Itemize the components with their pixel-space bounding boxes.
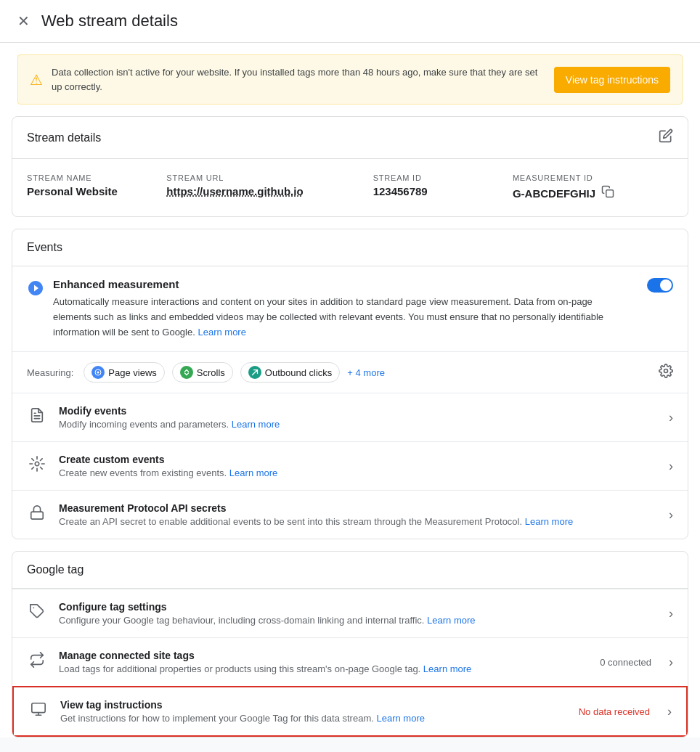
view-tag-instructions-content: View tag instructions Get instructions f… <box>60 699 567 724</box>
create-custom-events-learn-more[interactable]: Learn more <box>229 467 277 478</box>
configure-tag-desc: Configure your Google tag behaviour, inc… <box>59 615 657 626</box>
view-tag-instructions-title: View tag instructions <box>60 699 567 711</box>
view-tag-instructions-desc: Get instructions for how to implement yo… <box>60 713 567 724</box>
warning-icon: ⚠ <box>30 71 43 89</box>
warning-banner: ⚠ Data collection isn't active for your … <box>17 54 683 105</box>
manage-connected-tags-desc: Load tags for additional properties or p… <box>59 663 588 674</box>
svg-rect-9 <box>32 703 45 713</box>
page-views-chip[interactable]: Page views <box>84 362 164 383</box>
toggle-container[interactable] <box>635 278 673 293</box>
svg-rect-0 <box>606 190 614 197</box>
more-chip[interactable]: + 4 more <box>347 367 385 378</box>
create-custom-events-content: Create custom events Create new events f… <box>59 454 657 478</box>
measuring-label: Measuring: <box>27 367 73 378</box>
create-custom-events-desc: Create new events from existing events. … <box>59 467 657 478</box>
scrolls-icon <box>180 366 193 379</box>
modify-events-desc: Modify incoming events and parameters. L… <box>59 419 657 430</box>
view-tag-instructions-icon <box>28 701 49 722</box>
measurement-protocol-icon <box>27 504 47 525</box>
stream-details-card: Stream details STREAM NAME Personal Webs… <box>12 116 688 217</box>
manage-connected-tags-icon <box>27 652 47 672</box>
stream-name-value: Personal Website <box>27 185 160 197</box>
enhanced-measurement-content: Enhanced measurement Automatically measu… <box>53 278 627 340</box>
stream-url-label: STREAM URL <box>166 173 367 182</box>
view-tag-instructions-button[interactable]: View tag instructions <box>554 67 670 93</box>
measurement-id-value: G-ABCDEFGHIJ <box>513 187 595 200</box>
measurement-protocol-item[interactable]: Measurement Protocol API secrets Create … <box>12 490 688 539</box>
view-tag-instructions-item[interactable]: View tag instructions Get instructions f… <box>12 686 688 737</box>
stream-url-value: https://username.github.io <box>166 185 367 197</box>
stream-id-field: STREAM ID 123456789 <box>373 173 507 202</box>
manage-connected-tags-title: Manage connected site tags <box>59 650 588 661</box>
no-data-badge: No data received <box>579 706 650 717</box>
modify-events-icon <box>27 407 47 428</box>
configure-tag-content: Configure tag settings Configure your Go… <box>59 601 657 626</box>
configure-tag-item[interactable]: Configure tag settings Configure your Go… <box>12 589 688 637</box>
stream-id-label: STREAM ID <box>373 173 507 182</box>
measuring-settings-icon[interactable] <box>659 364 673 382</box>
stream-name-field: STREAM NAME Personal Website <box>27 173 160 202</box>
outbound-clicks-icon <box>248 366 261 379</box>
configure-tag-icon <box>27 603 47 624</box>
view-tag-instructions-learn-more[interactable]: Learn more <box>376 713 424 724</box>
events-card: Events Enhanced measurement Automaticall… <box>12 229 688 539</box>
svg-point-6 <box>35 462 39 467</box>
svg-point-3 <box>664 369 668 372</box>
manage-connected-tags-item[interactable]: Manage connected site tags Load tags for… <box>12 637 688 686</box>
measurement-protocol-chevron: › <box>669 507 673 523</box>
warning-text: Data collection isn't active for your we… <box>52 65 545 94</box>
enhanced-measurement-toggle[interactable] <box>647 278 673 293</box>
svg-rect-7 <box>31 512 44 519</box>
measurement-protocol-desc: Create an API secret to enable additiona… <box>59 516 657 527</box>
configure-tag-chevron: › <box>669 606 673 621</box>
outbound-clicks-chip[interactable]: Outbound clicks <box>240 362 341 383</box>
google-tag-header: Google tag <box>12 552 688 589</box>
stream-details-title: Stream details <box>27 131 101 144</box>
measurement-id-field: MEASUREMENT ID G-ABCDEFGHIJ <box>513 173 673 202</box>
enhanced-measurement-learn-more[interactable]: Learn more <box>198 327 245 338</box>
page-views-label: Page views <box>108 367 156 378</box>
configure-tag-learn-more[interactable]: Learn more <box>427 615 475 626</box>
stream-name-label: STREAM NAME <box>27 173 160 182</box>
stream-url-field: STREAM URL https://username.github.io <box>166 173 367 202</box>
create-custom-events-icon <box>27 456 47 476</box>
enhanced-measurement-description: Automatically measure interactions and c… <box>53 295 627 340</box>
svg-point-2 <box>97 372 99 374</box>
google-tag-card: Google tag Configure tag settings Config… <box>12 551 688 737</box>
outbound-clicks-label: Outbound clicks <box>265 367 333 378</box>
create-custom-events-chevron: › <box>669 459 673 474</box>
create-custom-events-item[interactable]: Create custom events Create new events f… <box>12 441 688 490</box>
scrolls-chip[interactable]: Scrolls <box>172 362 233 383</box>
manage-connected-tags-chevron: › <box>669 655 673 670</box>
view-tag-instructions-chevron: › <box>667 704 672 719</box>
edit-icon[interactable] <box>659 128 673 147</box>
events-title: Events <box>27 241 62 254</box>
modify-events-item[interactable]: Modify events Modify incoming events and… <box>12 393 688 441</box>
enhanced-measurement-icon <box>27 279 44 301</box>
google-tag-title: Google tag <box>27 563 84 576</box>
enhanced-measurement-section: Enhanced measurement Automatically measu… <box>12 266 688 352</box>
configure-tag-title: Configure tag settings <box>59 601 657 613</box>
enhanced-measurement-title: Enhanced measurement <box>53 278 627 290</box>
modify-events-chevron: › <box>669 410 673 425</box>
events-header: Events <box>12 229 688 266</box>
scrolls-label: Scrolls <box>197 367 225 378</box>
stream-id-value: 123456789 <box>373 185 507 197</box>
close-button[interactable]: ✕ <box>17 12 30 30</box>
create-custom-events-title: Create custom events <box>59 454 657 465</box>
copy-icon[interactable] <box>601 185 614 202</box>
measurement-protocol-content: Measurement Protocol API secrets Create … <box>59 502 657 527</box>
manage-connected-tags-content: Manage connected site tags Load tags for… <box>59 650 588 674</box>
stream-fields: STREAM NAME Personal Website STREAM URL … <box>12 159 688 216</box>
measuring-row: Measuring: Page views Scrolls Outbound c… <box>12 352 688 393</box>
modify-events-title: Modify events <box>59 405 657 417</box>
modify-events-content: Modify events Modify incoming events and… <box>59 405 657 430</box>
manage-connected-tags-learn-more[interactable]: Learn more <box>423 663 471 674</box>
measurement-id-label: MEASUREMENT ID <box>513 173 673 182</box>
page-header: ✕ Web stream details <box>0 0 700 43</box>
connected-badge: 0 connected <box>600 657 651 668</box>
measurement-protocol-learn-more[interactable]: Learn more <box>525 516 573 527</box>
page-title: Web stream details <box>41 12 178 30</box>
measurement-protocol-title: Measurement Protocol API secrets <box>59 502 657 514</box>
modify-events-learn-more[interactable]: Learn more <box>232 419 280 430</box>
